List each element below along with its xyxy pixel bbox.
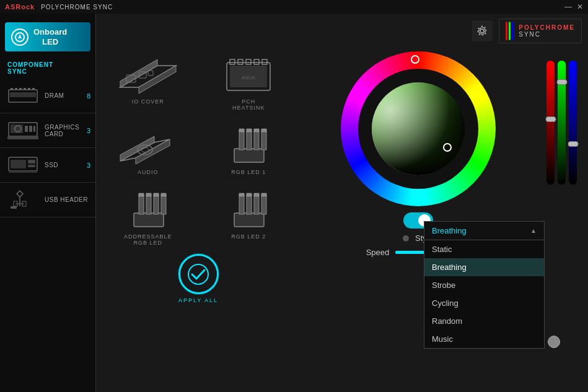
pch-heatsink-item[interactable]: ASUS PCHHEATSINK xyxy=(203,48,295,116)
svg-rect-43 xyxy=(239,130,244,150)
brand-sync: SYNC xyxy=(519,31,575,38)
brand-text: POLYCHROME SYNC xyxy=(519,24,575,38)
minimize-button[interactable]: — xyxy=(564,2,572,11)
style-dot xyxy=(403,235,409,242)
ssd-label: SSD xyxy=(45,162,58,168)
svg-rect-63 xyxy=(254,194,259,214)
svg-rect-4 xyxy=(15,88,17,90)
onboard-led-button[interactable]: OnboardLED xyxy=(5,22,90,51)
speed-right-handle[interactable] xyxy=(548,336,560,348)
content-area: POLYCHROME SYNC xyxy=(96,14,588,392)
rgb-sliders xyxy=(546,61,577,185)
svg-point-41 xyxy=(141,147,149,152)
green-slider-handle[interactable] xyxy=(556,79,567,85)
rgb-sliders-section xyxy=(542,48,582,386)
io-cover-icon xyxy=(108,53,188,97)
style-option-static[interactable]: Static xyxy=(424,240,544,258)
style-option-cycling[interactable]: Cycling xyxy=(424,294,544,312)
settings-icon xyxy=(476,25,488,37)
ssd-count: 3 xyxy=(87,162,90,169)
svg-rect-15 xyxy=(33,126,35,132)
component-grid: IO COVER ASUS xyxy=(102,48,294,251)
svg-rect-14 xyxy=(29,126,32,132)
svg-rect-8 xyxy=(32,88,35,90)
red-line xyxy=(506,22,507,40)
red-slider-handle[interactable] xyxy=(545,116,556,122)
svg-marker-1 xyxy=(18,34,22,39)
svg-rect-6 xyxy=(24,88,26,90)
svg-rect-3 xyxy=(11,88,13,90)
addressable-rgb-icon xyxy=(108,188,188,232)
svg-rect-20 xyxy=(28,165,35,167)
close-button[interactable]: ✕ xyxy=(577,2,583,11)
green-slider-track[interactable] xyxy=(558,61,566,185)
blue-slider-handle[interactable] xyxy=(568,141,578,147)
sidebar-item-ssd[interactable]: SSD 3 xyxy=(0,148,95,183)
svg-rect-68 xyxy=(261,193,266,196)
component-sync-label: COMPONENTSYNC xyxy=(0,54,95,79)
style-option-random[interactable]: Random xyxy=(424,312,544,330)
color-wheel-container[interactable] xyxy=(341,51,496,206)
red-slider-container xyxy=(546,61,555,185)
brand-lines xyxy=(506,22,514,40)
main-container: OnboardLED COMPONENTSYNC DRAM 8 xyxy=(0,14,588,392)
blue-line xyxy=(512,22,514,40)
rgb-led-1-item[interactable]: RGB LED 1 xyxy=(203,119,295,180)
blue-slider-track[interactable] xyxy=(569,61,577,185)
svg-rect-54 xyxy=(154,194,159,214)
svg-rect-18 xyxy=(11,160,26,168)
rgb-led-1-icon xyxy=(208,124,289,167)
svg-rect-53 xyxy=(146,194,151,214)
ssd-icon xyxy=(7,154,38,176)
graphics-card-label: GRAPHICS CARD xyxy=(45,124,88,137)
svg-rect-27 xyxy=(11,206,17,209)
svg-rect-58 xyxy=(154,193,159,196)
saturation-value-dot[interactable] xyxy=(443,143,452,152)
svg-rect-47 xyxy=(239,129,244,132)
svg-rect-16 xyxy=(7,136,38,139)
rgb-led-2-item[interactable]: RGB LED 2 xyxy=(203,183,295,251)
audio-label: AUDIO xyxy=(138,169,159,175)
brand-poly: POLYCHROME xyxy=(519,24,575,31)
hue-selector-dot[interactable] xyxy=(411,55,419,64)
header-bar: POLYCHROME SYNC xyxy=(96,14,588,48)
svg-rect-46 xyxy=(261,130,266,150)
svg-rect-61 xyxy=(239,194,244,214)
apply-all-button[interactable]: APPLY ALL xyxy=(102,254,294,303)
rgb-led-2-label: RGB LED 2 xyxy=(231,233,266,240)
sidebar-item-usb[interactable]: USB HEADER xyxy=(0,183,95,217)
svg-rect-31 xyxy=(148,71,153,76)
sidebar-item-graphics[interactable]: GRAPHICS CARD 3 xyxy=(0,113,95,148)
nav-icon xyxy=(11,28,29,46)
red-slider-track[interactable] xyxy=(546,61,555,185)
settings-button[interactable] xyxy=(472,20,493,41)
io-cover-item[interactable]: IO COVER xyxy=(102,48,194,116)
svg-rect-33 xyxy=(230,59,235,64)
svg-rect-21 xyxy=(9,171,37,173)
style-option-strobe[interactable]: Strobe xyxy=(424,276,544,294)
speed-label: Speed xyxy=(366,248,390,257)
sidebar: OnboardLED COMPONENTSYNC DRAM 8 xyxy=(0,14,96,392)
svg-rect-19 xyxy=(28,160,35,163)
sidebar-item-dram[interactable]: DRAM 8 xyxy=(0,79,95,113)
svg-rect-37 xyxy=(262,59,267,64)
style-dropdown-header[interactable]: Breathing ▲ xyxy=(424,221,545,240)
svg-rect-51 xyxy=(134,213,164,227)
addressable-rgb-item[interactable]: ADDRESSABLERGB LED xyxy=(102,183,194,251)
apply-all-circle xyxy=(178,254,219,294)
style-option-breathing[interactable]: Breathing xyxy=(424,258,544,276)
style-option-music[interactable]: Music xyxy=(424,330,544,348)
style-current-value: Breathing xyxy=(432,226,467,235)
svg-rect-7 xyxy=(28,88,30,90)
title-bar: ASRock POLYCHROME SYNC — ✕ xyxy=(0,0,588,14)
svg-rect-36 xyxy=(254,59,259,64)
style-dropdown: Breathing ▲ Static Breathing Strobe Cycl… xyxy=(424,221,545,349)
svg-rect-42 xyxy=(234,149,264,162)
onboard-led-label: OnboardLED xyxy=(33,27,67,46)
svg-point-28 xyxy=(480,29,484,33)
green-line xyxy=(509,22,511,40)
title-text: POLYCHROME SYNC xyxy=(41,4,113,11)
title-bar-left: ASRock POLYCHROME SYNC xyxy=(5,3,113,11)
audio-item[interactable]: AUDIO xyxy=(102,119,194,180)
svg-rect-9 xyxy=(10,92,36,97)
